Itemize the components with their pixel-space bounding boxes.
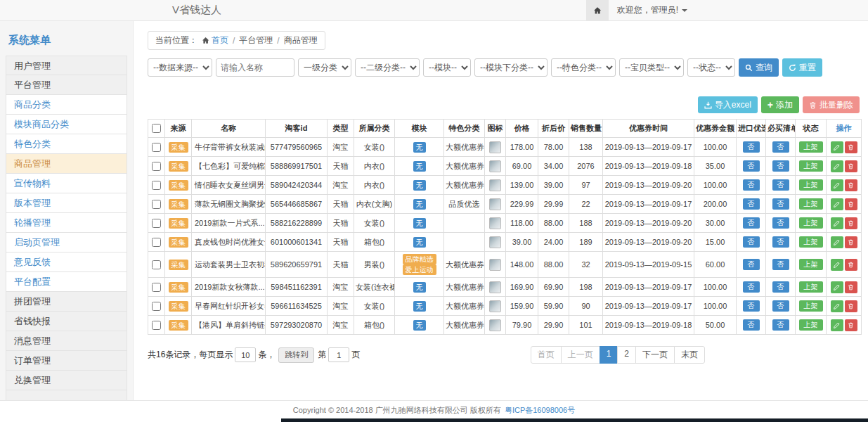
sidebar-item[interactable]: 平台配置 <box>6 272 127 292</box>
must-buy-toggle-button[interactable]: 否 <box>772 160 789 172</box>
edit-button[interactable] <box>831 319 843 331</box>
pagination-link[interactable]: 下一页 <box>635 346 675 364</box>
row-checkbox[interactable] <box>152 260 161 269</box>
import-toggle-button[interactable]: 否 <box>743 198 760 210</box>
import-toggle-button[interactable]: 否 <box>743 179 760 191</box>
user-dropdown[interactable]: 欢迎您，管理员! <box>609 4 696 16</box>
row-checkbox[interactable] <box>152 143 161 152</box>
import-toggle-button[interactable]: 否 <box>743 281 760 293</box>
status-toggle-button[interactable]: 上架 <box>799 198 823 210</box>
delete-button[interactable] <box>845 281 857 293</box>
page-number-input[interactable] <box>328 347 349 362</box>
page-size-input[interactable] <box>235 347 256 362</box>
row-checkbox[interactable] <box>152 162 161 171</box>
row-checkbox[interactable] <box>152 283 161 292</box>
add-button[interactable]: + 添加 <box>761 96 799 113</box>
pagination-link[interactable]: 1 <box>600 346 618 364</box>
pagination-link[interactable]: 2 <box>617 346 636 364</box>
row-checkbox[interactable] <box>152 238 161 247</box>
sidebar-item[interactable]: 平台管理 <box>6 75 127 95</box>
edit-button[interactable] <box>831 198 843 210</box>
status-toggle-button[interactable]: 上架 <box>799 217 823 229</box>
import-toggle-button[interactable]: 否 <box>743 217 760 229</box>
status-toggle-button[interactable]: 上架 <box>799 281 823 293</box>
filter-select[interactable]: 一级分类 <box>298 58 351 77</box>
sidebar-item[interactable]: 订单管理 <box>6 351 127 371</box>
must-buy-toggle-button[interactable]: 否 <box>772 319 789 331</box>
sidebar-item[interactable]: 商品分类 <box>6 95 127 115</box>
edit-button[interactable] <box>831 281 843 293</box>
import-toggle-button[interactable]: 否 <box>743 141 760 153</box>
must-buy-toggle-button[interactable]: 否 <box>772 259 789 270</box>
sidebar-item[interactable]: 用户管理 <box>6 56 127 75</box>
search-button[interactable]: 查询 <box>739 58 779 77</box>
edit-button[interactable] <box>831 160 843 172</box>
select-all-checkbox[interactable] <box>152 124 161 133</box>
sidebar-item[interactable]: 轮播管理 <box>6 213 127 233</box>
sidebar-item[interactable]: 启动页管理 <box>6 233 127 252</box>
edit-button[interactable] <box>831 217 843 229</box>
delete-button[interactable] <box>845 236 857 248</box>
batch-delete-button[interactable]: 批量删除 <box>803 96 860 113</box>
must-buy-toggle-button[interactable]: 否 <box>772 198 789 210</box>
sidebar-item[interactable]: 宣传物料 <box>6 174 127 193</box>
pagination-link[interactable]: 末页 <box>674 346 705 364</box>
filter-select[interactable]: --状态-- <box>687 58 735 77</box>
status-toggle-button[interactable]: 上架 <box>799 319 823 331</box>
import-toggle-button[interactable]: 否 <box>743 259 760 270</box>
sidebar-item[interactable]: 特色分类 <box>6 134 127 154</box>
edit-button[interactable] <box>831 179 843 191</box>
delete-button[interactable] <box>845 319 857 331</box>
row-checkbox[interactable] <box>152 219 161 228</box>
sidebar-item[interactable]: 消息管理 <box>6 331 127 351</box>
status-toggle-button[interactable]: 上架 <box>799 300 823 312</box>
sidebar-item[interactable]: 模块商品分类 <box>6 115 127 134</box>
icp-link[interactable]: 粤ICP备16098006号 <box>505 406 575 414</box>
import-toggle-button[interactable]: 否 <box>743 319 760 331</box>
row-checkbox[interactable] <box>152 321 161 330</box>
sidebar-item[interactable]: 商品管理 <box>6 154 127 174</box>
sidebar-item[interactable]: 版本管理 <box>6 193 127 213</box>
sidebar-item[interactable] <box>6 390 127 400</box>
edit-button[interactable] <box>831 300 843 312</box>
edit-button[interactable] <box>831 141 843 153</box>
delete-button[interactable] <box>845 160 857 172</box>
status-toggle-button[interactable]: 上架 <box>799 179 823 191</box>
delete-button[interactable] <box>845 300 857 312</box>
import-toggle-button[interactable]: 否 <box>743 236 760 248</box>
row-checkbox[interactable] <box>152 200 161 209</box>
delete-button[interactable] <box>845 217 857 229</box>
edit-button[interactable] <box>831 259 843 271</box>
delete-button[interactable] <box>845 198 857 210</box>
must-buy-toggle-button[interactable]: 否 <box>772 281 789 293</box>
must-buy-toggle-button[interactable]: 否 <box>772 236 789 248</box>
delete-button[interactable] <box>845 179 857 191</box>
delete-button[interactable] <box>845 141 857 153</box>
sidebar-item[interactable]: 兑换管理 <box>6 371 127 390</box>
edit-button[interactable] <box>831 236 843 248</box>
row-checkbox[interactable] <box>152 181 161 190</box>
jump-button[interactable]: 跳转到 <box>278 347 314 363</box>
status-toggle-button[interactable]: 上架 <box>799 160 823 172</box>
must-buy-toggle-button[interactable]: 否 <box>772 300 789 312</box>
sidebar-item[interactable]: 省钱快报 <box>6 312 127 331</box>
import-excel-button[interactable]: 导入excel <box>698 96 758 113</box>
home-button[interactable] <box>586 0 609 20</box>
filter-select[interactable]: --模块-- <box>423 58 471 77</box>
must-buy-toggle-button[interactable]: 否 <box>772 179 789 191</box>
filter-select[interactable]: --模块下分类-- <box>474 58 548 77</box>
status-toggle-button[interactable]: 上架 <box>799 141 823 153</box>
filter-select[interactable]: --宝贝类型-- <box>619 58 684 77</box>
filter-select[interactable]: --数据来源-- <box>148 58 212 77</box>
import-toggle-button[interactable]: 否 <box>743 160 760 172</box>
delete-button[interactable] <box>845 259 857 271</box>
reset-button[interactable]: 重置 <box>782 58 822 77</box>
status-toggle-button[interactable]: 上架 <box>799 259 823 270</box>
breadcrumb-home-link[interactable]: 首页 <box>202 34 228 46</box>
filter-select[interactable]: --二级分类-- <box>355 58 420 77</box>
import-toggle-button[interactable]: 否 <box>743 300 760 312</box>
status-toggle-button[interactable]: 上架 <box>799 236 823 248</box>
sidebar-item[interactable]: 拼团管理 <box>6 292 127 312</box>
filter-select[interactable]: --特色分类-- <box>551 58 616 77</box>
row-checkbox[interactable] <box>152 302 161 311</box>
